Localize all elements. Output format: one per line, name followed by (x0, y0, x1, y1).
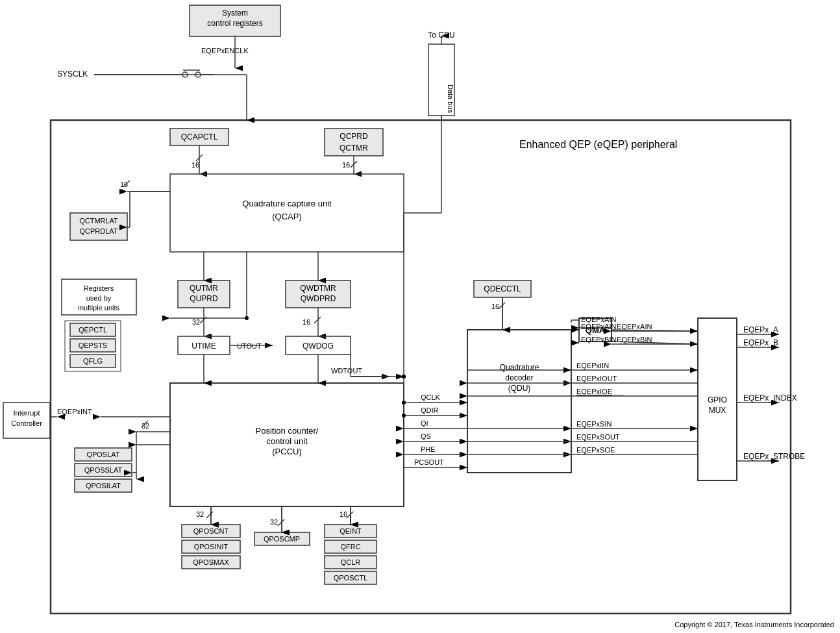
svg-text:QPOSCTL: QPOSCTL (334, 574, 368, 582)
svg-text:control unit: control unit (266, 436, 308, 446)
svg-text:MUX: MUX (709, 406, 726, 415)
svg-text:QFLG: QFLG (83, 357, 103, 365)
svg-text:EQEPx_STROBE: EQEPx_STROBE (743, 452, 805, 461)
svg-rect-4 (0, 0, 840, 633)
svg-text:QDIR: QDIR (421, 406, 439, 414)
svg-text:PHE: PHE (421, 445, 436, 453)
svg-text:16: 16 (191, 161, 199, 169)
svg-text:WDTOUT: WDTOUT (331, 367, 362, 375)
svg-text:UTOUT: UTOUT (237, 342, 262, 350)
diagram-container: System control registers SYSCLK EQEPxENC… (0, 0, 840, 633)
svg-text:EQEPxBIN: EQEPxBIN (581, 336, 616, 343)
svg-text:System: System (222, 8, 248, 18)
svg-text:QPOSINIT: QPOSINIT (194, 543, 229, 551)
svg-text:Quadrature capture unit: Quadrature capture unit (242, 199, 332, 208)
svg-text:QCTMRLAT: QCTMRLAT (79, 217, 118, 225)
svg-text:32: 32 (192, 318, 200, 326)
svg-text:QCAPCTL: QCAPCTL (181, 132, 218, 142)
svg-text:QPOSCMP: QPOSCMP (264, 535, 300, 543)
svg-text:EQEPxINT: EQEPxINT (57, 408, 92, 416)
svg-text:Quadrature: Quadrature (500, 363, 539, 372)
svg-text:QS: QS (421, 432, 431, 440)
svg-text:32: 32 (196, 510, 204, 518)
svg-text:16: 16 (120, 180, 128, 188)
svg-text:QCPRD: QCPRD (340, 132, 368, 141)
svg-text:QDECCTL: QDECCTL (484, 284, 521, 293)
svg-text:UTIME: UTIME (191, 341, 216, 351)
svg-text:QPOSMAX: QPOSMAX (193, 558, 229, 566)
svg-text:control registers: control registers (207, 19, 262, 28)
svg-text:(PCCU): (PCCU) (272, 447, 302, 456)
svg-text:EQEPx_A: EQEPx_A (743, 325, 778, 334)
svg-text:EQEPxENCLK: EQEPxENCLK (201, 47, 249, 55)
svg-text:EQEPxSOUT: EQEPxSOUT (576, 433, 620, 441)
svg-text:(QDU): (QDU) (508, 384, 531, 393)
svg-text:QPOSCNT: QPOSCNT (193, 527, 229, 535)
svg-text:QWDOG: QWDOG (303, 341, 334, 351)
svg-text:EQEPx_B: EQEPx_B (743, 338, 778, 347)
svg-text:EQEPxSIN: EQEPxSIN (576, 420, 611, 428)
svg-text:QCLK: QCLK (421, 393, 441, 401)
svg-text:32: 32 (270, 518, 278, 526)
svg-text:QUPRD: QUPRD (190, 294, 218, 303)
svg-text:QFRC: QFRC (340, 543, 360, 551)
svg-text:16: 16 (491, 303, 499, 310)
svg-text:EQEPxIOUT: EQEPxIOUT (576, 375, 617, 382)
svg-text:QEPSTS: QEPSTS (79, 341, 108, 349)
svg-text:GPIO: GPIO (708, 395, 727, 404)
svg-text:QCPRDLAT: QCPRDLAT (79, 227, 117, 235)
sysclk-label: SYSCLK (57, 69, 88, 79)
svg-text:EQEPxAIN: EQEPxAIN (617, 323, 652, 330)
svg-text:16: 16 (342, 161, 350, 169)
svg-text:Interrupt: Interrupt (14, 409, 40, 417)
svg-text:multiple units: multiple units (78, 304, 120, 312)
svg-point-167 (402, 414, 406, 417)
svg-text:EQEPxSOE: EQEPxSOE (576, 446, 615, 454)
svg-text:QWDPRD: QWDPRD (301, 294, 336, 303)
svg-text:QPOSSLAT: QPOSSLAT (84, 466, 123, 474)
svg-text:QPOSILAT: QPOSILAT (86, 482, 121, 490)
svg-text:QEPCTL: QEPCTL (79, 326, 107, 334)
svg-text:Controller: Controller (11, 419, 42, 427)
svg-text:QCTMR: QCTMR (340, 143, 368, 153)
svg-text:QPOSLAT: QPOSLAT (86, 451, 119, 458)
svg-text:Enhanced QEP (eQEP) peripheral: Enhanced QEP (eQEP) peripheral (519, 139, 677, 150)
svg-text:QUTMR: QUTMR (190, 284, 218, 293)
svg-text:EQEPx_INDEX: EQEPx_INDEX (743, 393, 797, 403)
svg-text:Copyright © 2017, Texas Instru: Copyright © 2017, Texas Instruments Inco… (674, 621, 834, 628)
svg-point-208 (245, 316, 249, 320)
svg-text:decoder: decoder (505, 373, 533, 382)
svg-text:EQEPxIIN: EQEPxIIN (576, 362, 609, 369)
svg-text:QI: QI (421, 419, 428, 427)
svg-text:Registers: Registers (84, 284, 114, 292)
svg-text:EQEPxAIN: EQEPxAIN (581, 323, 616, 330)
svg-point-211 (402, 375, 406, 379)
svg-text:EQEPxIOE: EQEPxIOE (576, 388, 612, 395)
svg-text:16: 16 (303, 318, 310, 326)
svg-text:Data bus: Data bus (447, 84, 454, 114)
svg-text:16: 16 (340, 510, 347, 518)
svg-text:PCSOUT: PCSOUT (414, 458, 444, 466)
svg-text:QCLR: QCLR (341, 558, 361, 566)
svg-text:used by: used by (86, 294, 112, 302)
svg-text:Position counter/: Position counter/ (256, 426, 319, 436)
svg-text:QEINT: QEINT (340, 527, 362, 535)
svg-text:QWDTMR: QWDTMR (300, 284, 336, 293)
svg-text:(QCAP): (QCAP) (272, 212, 302, 221)
